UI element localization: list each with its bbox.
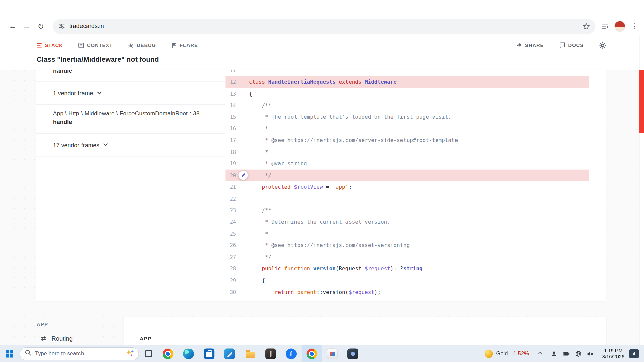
nav-item-routing[interactable]: ⇄ Routing <box>37 335 73 342</box>
news-interests-widget[interactable]: Gold -1.52% <box>479 345 534 362</box>
tab-context[interactable]: CONTEXT <box>78 42 113 48</box>
tab-stack-label: STACK <box>45 42 63 48</box>
code-line: 25 * <box>225 228 589 240</box>
stack-frames: handle1 vendor frameApp \ Http \ Middlew… <box>36 70 225 301</box>
ticker-change: -1.52% <box>511 351 529 357</box>
volume-muted-icon[interactable] <box>587 350 594 357</box>
error-title: Class "Inertia\Middleware" not found <box>0 55 644 63</box>
search-icon <box>25 350 31 357</box>
code-lines: 1112class HandleInertiaRequests extends … <box>225 70 606 298</box>
code-text: * Determines the current asset version. <box>236 219 390 225</box>
browser-toolbar: ← → ↻ tradecards.in <box>0 16 644 36</box>
vendor-frames-toggle[interactable]: 1 vendor frame <box>36 82 225 105</box>
windows-logo-icon <box>6 350 13 357</box>
line-number: 23 <box>225 207 236 213</box>
screen: ← → ↻ tradecards.in <box>0 0 644 362</box>
network-globe-icon[interactable] <box>575 350 582 357</box>
media-list-icon[interactable] <box>601 22 609 30</box>
line-number: 11 <box>225 70 236 73</box>
bug-icon <box>128 43 134 48</box>
edit-line-button[interactable] <box>238 171 248 180</box>
taskbar-app-app-dark[interactable] <box>260 345 281 362</box>
taskbar-app-app-blue[interactable] <box>219 345 240 362</box>
vendor-frames-label: 1 vendor frame <box>53 90 93 97</box>
facebook-icon <box>286 349 297 359</box>
vendor-frames-label: 17 vendor frames <box>53 142 99 148</box>
vendor-frames-toggle[interactable]: 17 vendor frames <box>36 134 225 157</box>
code-text: class HandleInertiaRequests extends Midd… <box>236 79 397 85</box>
code-text: * <box>236 231 268 237</box>
search-input[interactable] <box>35 351 121 357</box>
taskbar-app-app-light[interactable] <box>322 345 342 362</box>
search-highlights-sparkle-icon[interactable] <box>125 348 135 359</box>
taskbar-app-store[interactable] <box>199 345 219 362</box>
task-view-button[interactable] <box>139 345 158 362</box>
chevron-down-icon <box>97 89 102 94</box>
url-text: tradecards.in <box>69 23 104 30</box>
notification-count-badge[interactable]: 4 <box>629 349 639 358</box>
stack-frame[interactable]: handle <box>36 70 225 82</box>
share-button[interactable]: SHARE <box>516 42 544 48</box>
people-icon[interactable] <box>551 350 557 357</box>
taskbar-app-chrome[interactable] <box>158 345 178 362</box>
taskbar-app-facebook[interactable] <box>281 345 302 362</box>
tab-debug[interactable]: DEBUG <box>128 42 156 48</box>
flare-error-page: STACK CONTEXT DEBUG <box>0 36 644 345</box>
edge-icon <box>183 349 194 359</box>
routing-icon: ⇄ <box>41 335 46 342</box>
code-text: * The root template that's loaded on the… <box>236 114 451 120</box>
address-bar[interactable]: tradecards.in <box>53 19 596 34</box>
tray-overflow-chevron-icon[interactable] <box>538 352 542 357</box>
taskbar-app-edge[interactable] <box>178 345 199 362</box>
reload-button[interactable]: ↻ <box>34 19 48 34</box>
code-line: 13{ <box>225 88 589 100</box>
code-line: 21 protected $rootView = 'app'; <box>225 181 589 193</box>
code-text: * @see https://inertiajs.com/server-side… <box>236 137 458 143</box>
line-number: 19 <box>225 161 236 167</box>
code-text: * <box>236 126 268 132</box>
bookmark-star-icon[interactable] <box>583 23 590 30</box>
line-number: 13 <box>225 90 236 97</box>
code-text: return parent::version($request); <box>236 289 381 295</box>
docs-button[interactable]: DOCS <box>559 42 584 48</box>
code-line: 16 * <box>225 123 589 134</box>
code-text: { <box>236 277 265 283</box>
flag-icon <box>172 43 177 48</box>
site-settings-icon[interactable] <box>58 23 65 30</box>
taskbar-apps <box>158 345 363 362</box>
taskbar-clock[interactable]: 1:19 PM 3/16/2026 <box>602 348 624 360</box>
line-number: 12 <box>225 79 236 85</box>
chrome-icon <box>163 349 173 359</box>
task-view-icon <box>145 350 152 357</box>
forward-button[interactable]: → <box>20 19 34 34</box>
back-button[interactable]: ← <box>6 19 20 34</box>
line-number: 28 <box>225 265 236 272</box>
share-label: SHARE <box>525 42 544 48</box>
code-text: * @see https://inertiajs.com/asset-versi… <box>236 242 410 248</box>
browser-menu-icon[interactable]: ⋮ <box>631 22 638 31</box>
line-number: 20 <box>225 172 236 178</box>
taskbar-app-chrome[interactable] <box>302 345 322 362</box>
tab-stack[interactable]: STACK <box>37 42 63 48</box>
page-scrollbar-thumb[interactable] <box>639 70 644 133</box>
context-panel-title: APP <box>140 336 606 342</box>
ticker-name: Gold <box>496 351 508 357</box>
toolbar-right: ⋮ <box>601 21 638 32</box>
battery-icon[interactable] <box>562 350 570 357</box>
start-button[interactable] <box>0 345 19 362</box>
line-number: 21 <box>225 184 236 190</box>
stack-frame[interactable]: App \ Http \ Middleware \ ForceCustomDom… <box>36 105 225 134</box>
tab-flare[interactable]: FLARE <box>172 42 198 48</box>
code-text: * <box>236 149 268 155</box>
taskbar-app-app-slate[interactable] <box>342 345 363 362</box>
error-card: handle1 vendor frameApp \ Http \ Middlew… <box>36 70 606 301</box>
taskbar-app-explorer[interactable] <box>240 345 260 362</box>
code-line: 17 * @see https://inertiajs.com/server-s… <box>225 134 589 146</box>
profile-avatar[interactable] <box>614 21 625 32</box>
code-text: protected $rootView = 'app'; <box>236 184 352 190</box>
settings-gear-icon[interactable] <box>599 42 606 49</box>
line-number: 15 <box>225 114 236 120</box>
tab-debug-label: DEBUG <box>137 42 156 48</box>
code-line: 26 * @see https://inertiajs.com/asset-ve… <box>225 240 589 251</box>
taskbar-search[interactable] <box>20 347 139 360</box>
